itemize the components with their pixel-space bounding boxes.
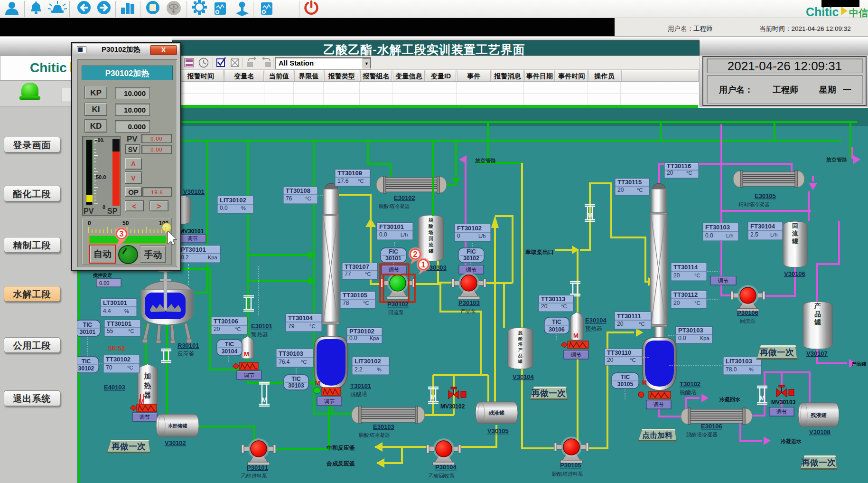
svg-text:搅拌设定: 搅拌设定 xyxy=(93,273,112,278)
svg-text:冷凝进水: 冷凝进水 xyxy=(781,438,802,445)
svg-text:20: 20 xyxy=(667,170,673,176)
svg-text:T30101: T30101 xyxy=(350,382,371,389)
svg-text:V30108: V30108 xyxy=(809,428,831,436)
svg-text:TT30101: TT30101 xyxy=(107,320,131,327)
svg-text:0.2: 0.2 xyxy=(181,254,189,261)
svg-text:调节: 调节 xyxy=(718,278,728,284)
svg-text:TT30102: TT30102 xyxy=(106,356,131,363)
svg-text:PT30102: PT30102 xyxy=(349,328,374,335)
svg-text:70: 70 xyxy=(106,364,112,371)
svg-text:FT30101: FT30101 xyxy=(379,223,404,230)
svg-text:残液罐: 残液罐 xyxy=(811,412,827,418)
svg-text:加: 加 xyxy=(144,372,151,380)
svg-text:酸: 酸 xyxy=(428,224,434,229)
svg-text:产品泵: 产品泵 xyxy=(460,308,476,314)
svg-text:V30101: V30101 xyxy=(183,188,205,195)
svg-text:TT30114: TT30114 xyxy=(673,264,698,271)
svg-text:M: M xyxy=(587,211,593,219)
svg-text:V30106: V30106 xyxy=(784,270,805,277)
svg-text:TT30105: TT30105 xyxy=(343,292,367,299)
svg-text:调节: 调节 xyxy=(653,402,664,407)
svg-text:L/h: L/h xyxy=(770,232,777,237)
svg-text:V30105: V30105 xyxy=(487,427,509,435)
svg-text:TT30113: TT30113 xyxy=(541,295,565,303)
svg-text:M: M xyxy=(315,379,320,387)
svg-text:79: 79 xyxy=(288,323,295,330)
svg-text:调节: 调节 xyxy=(466,267,476,273)
svg-text:TIC: TIC xyxy=(291,376,301,382)
svg-text:TT30112: TT30112 xyxy=(673,291,698,298)
svg-text:LIT30102: LIT30102 xyxy=(355,358,381,365)
svg-text:M: M xyxy=(244,350,249,358)
svg-text:PT30103: PT30103 xyxy=(678,327,703,334)
svg-text:L/h: L/h xyxy=(726,233,733,238)
svg-text:乙酸回收泵: 乙酸回收泵 xyxy=(429,473,455,479)
svg-text:PT30101: PT30101 xyxy=(181,246,206,253)
svg-text:55: 55 xyxy=(107,328,113,334)
svg-text:品: 品 xyxy=(814,310,821,318)
svg-text:°C: °C xyxy=(305,196,311,201)
svg-text:产: 产 xyxy=(814,302,821,310)
svg-text:TIC: TIC xyxy=(552,319,561,325)
svg-text:20: 20 xyxy=(541,303,548,310)
svg-text:%: % xyxy=(241,205,246,211)
svg-text:30102: 30102 xyxy=(463,255,479,262)
svg-text:30104: 30104 xyxy=(222,348,238,355)
svg-text:FT30103: FT30103 xyxy=(705,224,730,231)
svg-text:FT30104: FT30104 xyxy=(750,223,775,230)
svg-text:调节: 调节 xyxy=(243,372,254,378)
svg-text:M: M xyxy=(573,332,579,339)
svg-text:0: 0 xyxy=(457,233,460,239)
svg-text:TIC: TIC xyxy=(82,358,91,365)
svg-text:°C: °C xyxy=(630,357,635,363)
svg-text:再做一次: 再做一次 xyxy=(801,458,836,467)
svg-text:萃取泵出口: 萃取泵出口 xyxy=(525,249,554,256)
svg-text:°C: °C xyxy=(235,326,241,332)
svg-text:产品罐: 产品罐 xyxy=(851,361,867,367)
svg-text:中和反应釜: 中和反应釜 xyxy=(327,445,355,451)
svg-text:M: M xyxy=(642,379,647,386)
svg-text:罐: 罐 xyxy=(518,359,523,364)
svg-text:TT30107: TT30107 xyxy=(345,263,369,270)
svg-text:反应釜: 反应釜 xyxy=(177,350,195,357)
svg-text:回流泵: 回流泵 xyxy=(740,318,756,324)
svg-text:Kpa: Kpa xyxy=(208,255,217,260)
svg-text:V30102: V30102 xyxy=(165,439,186,446)
svg-text:TT30116: TT30116 xyxy=(667,162,691,170)
svg-text:30106: 30106 xyxy=(549,326,565,333)
svg-text:V30107: V30107 xyxy=(806,350,828,357)
svg-text:脱酯塔冷凝器: 脱酯塔冷凝器 xyxy=(686,432,718,437)
svg-text:TT30111: TT30111 xyxy=(617,313,641,320)
svg-text:30103: 30103 xyxy=(288,382,304,389)
svg-text:TT30115: TT30115 xyxy=(617,179,642,186)
svg-text:脱: 脱 xyxy=(518,331,523,335)
svg-text:脱: 脱 xyxy=(428,218,434,223)
svg-text:LIT30103: LIT30103 xyxy=(726,358,752,365)
svg-text:20: 20 xyxy=(214,326,220,332)
svg-text:调节: 调节 xyxy=(187,236,198,241)
svg-text:%: % xyxy=(377,367,382,372)
svg-text:2.5: 2.5 xyxy=(750,231,758,238)
svg-text:再做一次: 再做一次 xyxy=(531,388,566,398)
svg-text:罐: 罐 xyxy=(814,318,821,326)
svg-text:M: M xyxy=(261,396,267,404)
svg-text:TT30108: TT30108 xyxy=(286,187,310,194)
svg-text:78.0: 78.0 xyxy=(726,366,737,373)
svg-text:调节: 调节 xyxy=(139,414,150,420)
svg-text:°C: °C xyxy=(363,300,369,306)
svg-text:R30101: R30101 xyxy=(177,342,199,349)
svg-text:E30105: E30105 xyxy=(755,192,776,199)
svg-text:30101: 30101 xyxy=(385,255,401,262)
svg-text:预热器: 预热器 xyxy=(251,331,268,338)
svg-text:P30101: P30101 xyxy=(247,464,268,471)
svg-text:0.0: 0.0 xyxy=(220,205,228,211)
svg-text:MV30103: MV30103 xyxy=(771,399,796,406)
svg-text:20: 20 xyxy=(673,272,680,279)
svg-text:TT30106: TT30106 xyxy=(214,318,238,325)
svg-text:E30102: E30102 xyxy=(394,194,415,201)
svg-text:P30106: P30106 xyxy=(737,309,758,316)
svg-text:56:52: 56:52 xyxy=(108,344,125,352)
svg-text:1: 1 xyxy=(421,261,426,269)
svg-text:2.2: 2.2 xyxy=(355,366,363,373)
svg-text:P30104: P30104 xyxy=(435,464,457,471)
